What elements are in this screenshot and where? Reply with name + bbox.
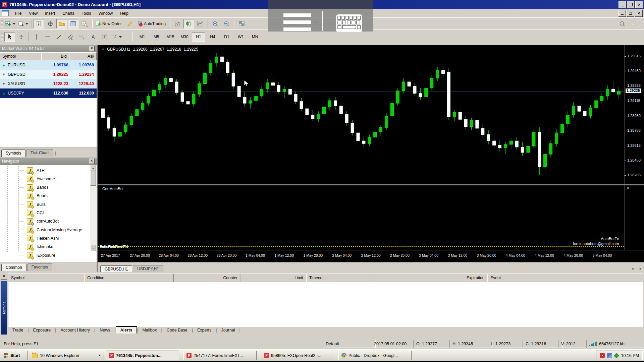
- mdi-minimize-button[interactable]: [618, 10, 626, 17]
- clock[interactable]: 10:16 PM: [621, 353, 639, 358]
- line-chart-button[interactable]: [195, 19, 206, 28]
- chart-tab-usdjpy-h1[interactable]: USDJPY,H1: [133, 265, 163, 273]
- navigator-item-ichimoku[interactable]: ƒIchimoku: [19, 243, 53, 251]
- taskbar-task-4[interactable]: Public - Dropbox - Googl...: [338, 351, 412, 360]
- profiles-dropdown[interactable]: [25, 23, 28, 25]
- terminal-column-symbol[interactable]: Symbol: [8, 274, 84, 282]
- market-watch-row-gbpusd[interactable]: ▼GBPUSD1.292251.29234: [0, 70, 97, 79]
- terminal-toggle[interactable]: [68, 19, 78, 28]
- text-label-tool[interactable]: T: [99, 32, 110, 42]
- time-axis[interactable]: 27 Apr 201727 Apr 20:0028 Apr 04:0028 Ap…: [98, 250, 644, 262]
- start-button[interactable]: Start: [1, 351, 28, 360]
- timeframe-m15[interactable]: M15: [164, 33, 177, 42]
- maximize-button[interactable]: [627, 1, 635, 8]
- terminal-tab-alerts[interactable]: Alerts: [116, 326, 137, 334]
- column-header-bid[interactable]: Bid: [41, 52, 69, 60]
- mdi-close-button[interactable]: ×: [635, 10, 643, 17]
- text-tool[interactable]: A: [88, 32, 99, 42]
- market-watch-row-eurusd[interactable]: ▲EURUSD1.097681.09768: [0, 60, 97, 70]
- arrows-dropdown[interactable]: [119, 36, 122, 38]
- help-topics-button[interactable]: [628, 19, 639, 28]
- navigator-item-bulls[interactable]: ƒBulls: [19, 200, 46, 208]
- arrows-tool[interactable]: [111, 32, 123, 42]
- taskbar-task-1[interactable]: P7613445: Pepperston...: [106, 351, 179, 360]
- terminal-column-counter[interactable]: Counter: [174, 274, 240, 282]
- zoom-out-button[interactable]: [221, 19, 232, 28]
- terminal-column-expiration[interactable]: Expiration: [375, 274, 488, 282]
- navigator-close-icon[interactable]: ×: [89, 159, 95, 164]
- zoom-in-button[interactable]: [210, 19, 221, 28]
- fibonacci-tool[interactable]: F: [76, 32, 87, 42]
- timeframe-d1[interactable]: D1: [220, 33, 233, 42]
- tab-common[interactable]: Common: [1, 264, 26, 271]
- indicator-pane[interactable]: CorrAutoBot AutoBotFx forex.autobots@gma…: [98, 185, 624, 249]
- navigator-item-corrautobot[interactable]: ƒcorrAutoBot: [19, 217, 59, 226]
- scroll-up-icon[interactable]: ▲: [90, 165, 96, 171]
- security-alert-icon[interactable]: ✕: [600, 353, 605, 358]
- menu-insert[interactable]: Insert: [41, 10, 59, 17]
- toolbar-grip[interactable]: [1, 33, 3, 41]
- navigator-item-custom-moving-average[interactable]: ƒCustom Moving Average: [19, 226, 82, 234]
- navigator-toggle[interactable]: [56, 19, 67, 28]
- navigator-item-bears[interactable]: ƒBears: [19, 192, 48, 200]
- strategy-tester-button[interactable]: [79, 19, 90, 28]
- minimize-button[interactable]: [619, 1, 626, 8]
- search-button[interactable]: [617, 19, 628, 28]
- terminal-tab-experts[interactable]: Experts: [193, 327, 216, 334]
- terminal-tab-code-base[interactable]: Code Base: [162, 327, 192, 334]
- tab-favorites[interactable]: Favorites: [27, 263, 52, 271]
- menu-window[interactable]: Window: [95, 10, 117, 17]
- scrollbar-thumb[interactable]: [90, 171, 96, 186]
- market-watch-toggle[interactable]: [34, 19, 44, 28]
- scroll-down-icon[interactable]: ▼: [90, 245, 96, 251]
- autotrading-button[interactable]: AutoTrading: [136, 19, 168, 28]
- chart-tab-gbpusd-h1[interactable]: GBPUSD,H1: [100, 265, 132, 273]
- menu-help[interactable]: Help: [116, 10, 132, 17]
- terminal-tab-news[interactable]: News: [95, 327, 114, 334]
- market-watch-titlebar[interactable]: Market Watch: 04:15:52 ×: [0, 45, 97, 52]
- new-chart-dropdown[interactable]: [13, 23, 15, 25]
- metaeditor-button[interactable]: [124, 19, 135, 28]
- timeframe-h1[interactable]: H1: [192, 33, 205, 42]
- profiles-button[interactable]: [17, 19, 29, 28]
- mdi-restore-button[interactable]: [627, 10, 634, 17]
- navigator-item-atr[interactable]: ƒATR: [19, 166, 45, 175]
- timeframe-m5[interactable]: M5: [150, 33, 163, 42]
- navigator-scrollbar[interactable]: ▲ ▼: [90, 165, 96, 251]
- terminal-column-condition[interactable]: Condition: [84, 274, 174, 282]
- taskbar-task-2[interactable]: P2547177: ForexTimeFXT...: [183, 351, 257, 360]
- new-order-button[interactable]: New Order: [94, 19, 124, 28]
- tab-tick-chart[interactable]: Tick Chart: [26, 149, 53, 157]
- terminal-column-event[interactable]: Event: [487, 274, 643, 282]
- bar-chart-button[interactable]: [172, 19, 183, 28]
- alerts-table-body[interactable]: [8, 282, 643, 327]
- column-header-symbol[interactable]: Symbol: [0, 52, 41, 60]
- terminal-tab-journal[interactable]: Journal: [217, 327, 239, 334]
- new-chart-button[interactable]: [4, 19, 16, 28]
- navigator-item-heiken-ashi[interactable]: ƒHeiken Ashi: [19, 234, 59, 242]
- timeframe-mn[interactable]: MN: [248, 33, 262, 42]
- price-chart[interactable]: ▼ GBPUSD,H1 1.29266 1.29267 1.29218 1.29…: [98, 45, 624, 184]
- trendline-tool[interactable]: [54, 32, 64, 42]
- taskbar-explorer-group[interactable]: 10 Windows Explorer: [29, 351, 104, 360]
- navigator-item-awesome[interactable]: ƒAwesome: [19, 175, 55, 183]
- terminal-tab-account-history[interactable]: Account History: [56, 327, 95, 334]
- terminal-tab-exposure[interactable]: Exposure: [29, 327, 55, 334]
- menu-charts[interactable]: Charts: [59, 10, 78, 17]
- terminal-tab-trade[interactable]: Trade: [8, 327, 28, 334]
- data-window-button[interactable]: [45, 19, 56, 28]
- menu-tools[interactable]: Tools: [78, 10, 95, 17]
- tab-scroll-arrows[interactable]: ◄ ►: [631, 267, 644, 270]
- toolbar-grip[interactable]: [1, 20, 3, 28]
- terminal-tab-mailbox[interactable]: Mailbox: [138, 327, 161, 334]
- timeframe-m30[interactable]: M30: [178, 33, 191, 42]
- terminal-column-limit[interactable]: Limit: [240, 274, 306, 282]
- cursor-tool[interactable]: [4, 32, 15, 42]
- taskbar-task-3[interactable]: P958605: FXOpen-Real2 -...: [261, 351, 334, 360]
- chart-window[interactable]: ▼ GBPUSD,H1 1.29266 1.29267 1.29218 1.29…: [97, 45, 644, 272]
- navigator-item-cci[interactable]: ƒCCI: [19, 209, 44, 217]
- channel-tool[interactable]: E: [65, 32, 76, 42]
- menu-file[interactable]: File: [11, 10, 25, 17]
- status-profile[interactable]: Default: [323, 340, 376, 348]
- close-button[interactable]: ×: [635, 1, 643, 8]
